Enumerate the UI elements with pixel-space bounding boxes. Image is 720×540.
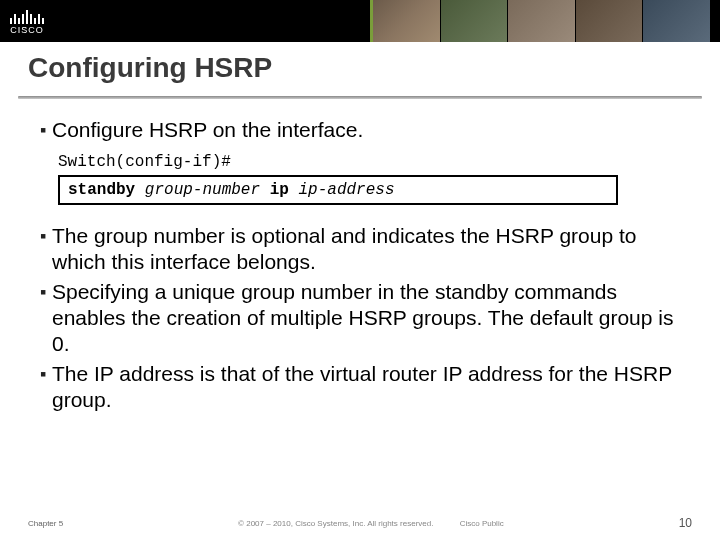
title-area: Configuring HSRP <box>0 42 720 90</box>
cisco-logo-bars <box>10 8 44 24</box>
intro-bullet: ▪ Configure HSRP on the interface. <box>40 117 680 143</box>
slide-title: Configuring HSRP <box>28 52 692 84</box>
footer-chapter: Chapter 5 <box>28 519 63 528</box>
cli-command-box: standby group-number ip ip-address <box>58 175 618 205</box>
footer-copyright: © 2007 – 2010, Cisco Systems, Inc. All r… <box>238 519 433 528</box>
bullet-item: ▪ The group number is optional and indic… <box>40 223 680 275</box>
bullet-icon: ▪ <box>40 117 52 143</box>
cisco-logo: CISCO <box>10 8 44 35</box>
bullet-text: The group number is optional and indicat… <box>52 223 680 275</box>
cli-keyword-standby: standby <box>68 181 135 199</box>
cli-keyword-ip: ip <box>270 181 289 199</box>
footer-page-number: 10 <box>679 516 692 530</box>
bullet-text: Specifying a unique group number in the … <box>52 279 680 357</box>
bullet-item: ▪ The IP address is that of the virtual … <box>40 361 680 413</box>
header-photo-strip <box>370 0 710 42</box>
slide-content: ▪ Configure HSRP on the interface. Switc… <box>0 99 720 413</box>
cisco-logo-text: CISCO <box>10 25 44 35</box>
bullet-item: ▪ Specifying a unique group number in th… <box>40 279 680 357</box>
header-bar: CISCO <box>0 0 720 42</box>
bullet-icon: ▪ <box>40 361 52 387</box>
cli-arg-ip-address: ip-address <box>298 181 394 199</box>
cli-prompt: Switch(config-if)# <box>58 153 680 171</box>
footer-center: © 2007 – 2010, Cisco Systems, Inc. All r… <box>63 519 679 528</box>
bullet-text: The IP address is that of the virtual ro… <box>52 361 680 413</box>
slide-footer: Chapter 5 © 2007 – 2010, Cisco Systems, … <box>0 516 720 530</box>
intro-bullet-text: Configure HSRP on the interface. <box>52 117 363 143</box>
bullet-icon: ▪ <box>40 279 52 305</box>
cli-arg-group-number: group-number <box>145 181 260 199</box>
bullet-icon: ▪ <box>40 223 52 249</box>
footer-classification: Cisco Public <box>460 519 504 528</box>
